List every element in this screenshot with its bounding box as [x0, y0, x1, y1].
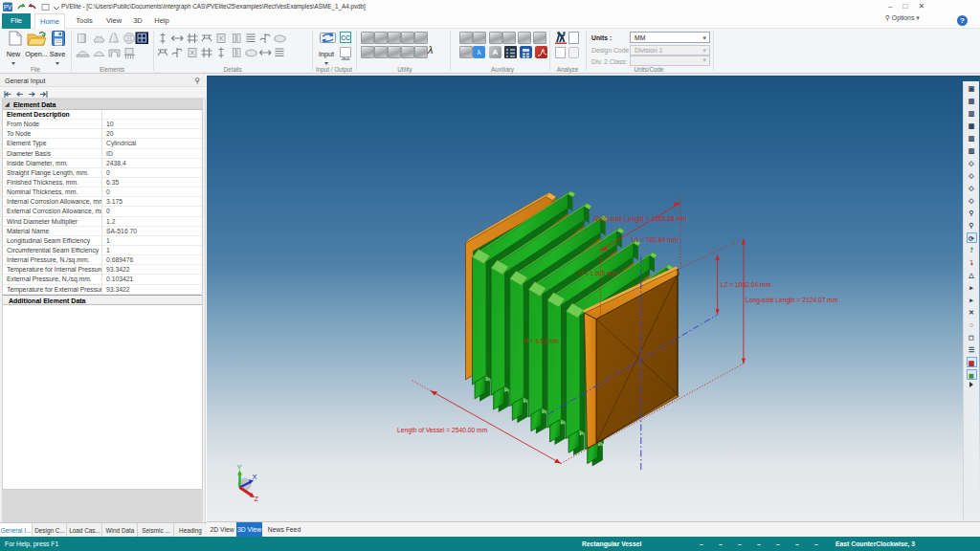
svg-text:L1 = 782.64 mm: L1 = 782.64 mm: [632, 236, 679, 243]
svg-text:L2 = 1062.04 mm: L2 = 1062.04 mm: [721, 281, 771, 288]
svg-text:Y: Y: [237, 463, 242, 472]
svg-text:PV: PV: [4, 4, 12, 11]
svg-text:Short-side Length = 1565.28 mm: Short-side Length = 1565.28 mm: [593, 215, 687, 223]
svg-text:t2 = 1.905 mm: t2 = 1.905 mm: [578, 270, 616, 276]
svg-text:Length of Vessel = 2540.00 mm: Length of Vessel = 2540.00 mm: [397, 427, 488, 434]
svg-text:t4 = 9.52 mm: t4 = 9.52 mm: [523, 338, 559, 344]
svg-text:Z: Z: [255, 495, 259, 503]
svg-text:X: X: [253, 473, 257, 481]
svg-text:Long-side Length = 2124.07 mm: Long-side Length = 2124.07 mm: [746, 297, 838, 304]
